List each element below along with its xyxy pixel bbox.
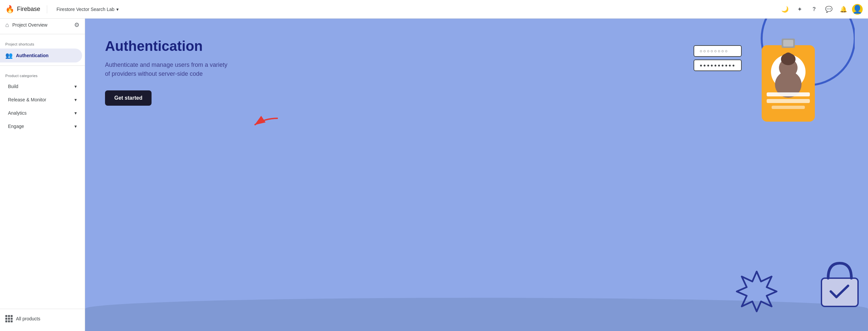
engage-label: Engage: [8, 124, 24, 129]
authentication-label: Authentication: [16, 53, 49, 58]
top-nav: 🔥 Firebase Firestore Vector Search Lab 🌙…: [0, 0, 868, 19]
all-products-button[interactable]: All products: [5, 312, 85, 326]
sidebar: ⌂ Project Overview ⚙ Project shortcuts 👥…: [0, 19, 85, 331]
feedback-button[interactable]: 💬: [823, 3, 835, 15]
user-avatar[interactable]: 👤: [852, 4, 863, 14]
build-label: Build: [8, 84, 18, 89]
svg-rect-12: [767, 99, 810, 103]
sidebar-home-row: ⌂ Project Overview ⚙: [0, 19, 85, 31]
auth-hero: Authentication Authenticate and manage u…: [85, 19, 251, 126]
sidebar-category-analytics[interactable]: Analytics: [3, 107, 82, 119]
sidebar-item-authentication[interactable]: 👥 Authentication: [0, 49, 82, 62]
firebase-flame-icon: 🔥: [5, 5, 14, 13]
categories-section-label: Product categories: [0, 68, 85, 80]
id-card-svg: [755, 35, 822, 128]
sidebar-divider-1: [0, 34, 85, 34]
lock-svg: [818, 260, 861, 310]
project-selector[interactable]: Firestore Vector Search Lab: [54, 5, 121, 13]
password-field-2: ●●●●●●●●●●: [693, 59, 742, 71]
avatar-image: 👤: [852, 5, 862, 14]
chat-icon: 💬: [825, 6, 832, 13]
svg-rect-13: [772, 106, 805, 109]
auth-title: Authentication: [105, 38, 231, 54]
firebase-wordmark: Firebase: [17, 6, 40, 12]
firebase-logo: 🔥 Firebase: [5, 5, 40, 13]
notifications-button[interactable]: 🔔: [837, 3, 849, 15]
analytics-chevron-icon: [74, 110, 77, 116]
arrow-indicator: [248, 115, 281, 133]
engage-chevron-icon: [74, 124, 77, 129]
project-overview-label: Project Overview: [12, 22, 48, 28]
build-chevron-icon: [74, 84, 77, 89]
nav-left: 🔥 Firebase Firestore Vector Search Lab: [5, 5, 121, 13]
dark-mode-button[interactable]: 🌙: [779, 3, 791, 15]
all-products-label: All products: [16, 316, 40, 321]
svg-marker-15: [737, 272, 777, 311]
asterisk-decoration: [735, 270, 778, 314]
shortcuts-section-label: Project shortcuts: [0, 37, 85, 48]
svg-point-10: [784, 53, 792, 60]
bell-icon: 🔔: [840, 6, 847, 13]
whats-new-button[interactable]: ✦: [794, 3, 806, 15]
svg-rect-11: [767, 92, 810, 96]
people-icon: 👥: [5, 52, 12, 59]
id-card-container: [755, 35, 822, 130]
lock-decoration: [818, 260, 861, 311]
get-started-button[interactable]: Get started: [105, 90, 152, 106]
sidebar-divider-2: [0, 65, 85, 66]
analytics-label: Analytics: [8, 110, 27, 116]
sidebar-bottom: All products: [0, 309, 85, 326]
project-name: Firestore Vector Search Lab: [57, 7, 114, 12]
nav-divider: [47, 5, 47, 13]
chevron-down-icon: [116, 7, 119, 12]
nav-right: 🌙 ✦ ? 💬 🔔 👤: [779, 3, 863, 15]
password-fields-illustration: ○○○○○○○○ ●●●●●●●●●●: [693, 45, 742, 71]
auth-description: Authenticate and manage users from a var…: [105, 60, 231, 79]
svg-rect-5: [783, 40, 793, 47]
content-area: Authentication Authenticate and manage u…: [85, 19, 868, 331]
project-overview-link[interactable]: ⌂ Project Overview: [5, 22, 48, 29]
settings-icon[interactable]: ⚙: [74, 21, 80, 29]
sparkle-icon: ✦: [797, 6, 802, 13]
arrow-svg: [248, 115, 281, 131]
asterisk-svg: [735, 270, 778, 313]
moon-icon: 🌙: [781, 6, 788, 13]
home-icon: ⌂: [5, 22, 9, 29]
grid-icon: [5, 315, 12, 322]
main-layout: ⌂ Project Overview ⚙ Project shortcuts 👥…: [0, 19, 868, 331]
sidebar-category-build[interactable]: Build: [3, 81, 82, 92]
release-monitor-label: Release & Monitor: [8, 97, 46, 102]
release-chevron-icon: [74, 97, 77, 102]
password-field-1: ○○○○○○○○: [693, 45, 742, 57]
sidebar-category-release-monitor[interactable]: Release & Monitor: [3, 94, 82, 106]
help-button[interactable]: ?: [808, 3, 820, 15]
help-icon: ?: [812, 6, 816, 12]
sidebar-category-engage[interactable]: Engage: [3, 120, 82, 132]
